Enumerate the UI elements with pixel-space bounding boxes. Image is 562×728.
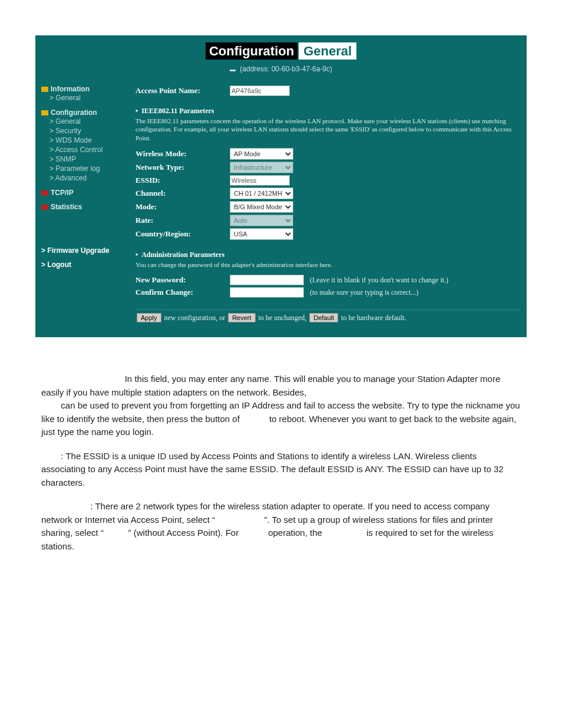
folder-icon <box>41 110 48 116</box>
channel-label: Channel: <box>135 189 230 198</box>
sidebar-item-cfg-access[interactable]: > Access Control <box>41 145 124 154</box>
mac-address-line: ▬ (address: 00-60-b3-47-6a-9c) <box>35 62 527 80</box>
sidebar-item-firmware[interactable]: > Firmware Upgrade <box>41 246 124 255</box>
folder-icon <box>41 205 48 210</box>
ap-name-label: Access Point Name: <box>135 86 230 95</box>
sidebar-item-statistics[interactable]: Statistics <box>41 203 124 211</box>
title-dark: Configuration <box>206 42 297 60</box>
new-password-label: New Password: <box>135 275 230 285</box>
nic-icon: ▬ <box>230 66 236 73</box>
sidebar-item-cfg-wds[interactable]: > WDS Mode <box>41 136 124 145</box>
ap-name-input[interactable] <box>230 85 290 96</box>
page-title: ConfigurationGeneral <box>206 44 356 59</box>
config-panel: ConfigurationGeneral ▬ (address: 00-60-b… <box>35 35 527 337</box>
mode-label: Mode: <box>135 202 230 212</box>
action-button-row: Apply new configuration, or Revert to be… <box>135 309 521 325</box>
sidebar-group-configuration[interactable]: Configuration <box>41 108 124 117</box>
new-password-input[interactable] <box>230 275 304 285</box>
confirm-password-input[interactable] <box>230 287 304 298</box>
country-select[interactable]: USA <box>230 228 293 240</box>
confirm-password-label: Confirm Change: <box>135 288 230 297</box>
rate-select: Auto <box>230 215 293 226</box>
title-light: General <box>299 42 356 60</box>
confirm-password-hint: (to make sure your typing is correct...) <box>310 288 418 297</box>
apply-button[interactable]: Apply <box>137 313 161 322</box>
sidebar-item-logout[interactable]: > Logout <box>41 261 124 269</box>
admin-section-desc: You can change the password of this adap… <box>135 261 521 269</box>
default-button[interactable]: Default <box>309 313 338 322</box>
doc-paragraph-3: : There are 2 network types for the wire… <box>41 500 521 553</box>
sidebar-item-cfg-advanced[interactable]: > Advanced <box>41 173 124 183</box>
sidebar-group-information[interactable]: Information <box>41 85 124 93</box>
rate-label: Rate: <box>135 216 230 225</box>
channel-select[interactable]: CH 01 / 2412MHz <box>230 187 293 199</box>
country-label: Country/Region: <box>135 229 230 239</box>
panel-header: ConfigurationGeneral <box>35 35 527 62</box>
sidebar-item-cfg-general[interactable]: > General <box>41 117 124 126</box>
new-password-hint: (Leave it in blank if you don't want to … <box>310 276 448 285</box>
ieee-section-desc: The IEEE802.11 parameters concern the op… <box>135 117 521 142</box>
ieee-section-heading: •IEEE802.11 Parameters <box>135 107 521 116</box>
sidebar-item-cfg-security[interactable]: > Security <box>41 126 124 136</box>
folder-icon <box>41 190 48 196</box>
essid-label: ESSID: <box>135 176 230 185</box>
revert-button[interactable]: Revert <box>228 313 255 322</box>
main-content: Access Point Name: •IEEE802.11 Parameter… <box>124 80 527 325</box>
sidebar: Information > General Configuration > Ge… <box>35 80 124 325</box>
folder-icon <box>41 87 48 92</box>
admin-section-heading: •Administration Parameters <box>135 251 521 259</box>
document-body: In this field, you may enter any name. T… <box>41 373 521 553</box>
wireless-mode-select[interactable]: AP Mode <box>230 148 293 160</box>
sidebar-item-info-general[interactable]: > General <box>41 93 124 103</box>
sidebar-item-cfg-snmp[interactable]: > SNMP <box>41 154 124 164</box>
wireless-mode-label: Wireless Mode: <box>135 149 230 159</box>
essid-input[interactable] <box>230 175 290 186</box>
network-type-label: Network Type: <box>135 163 230 172</box>
sidebar-item-tcpip[interactable]: TCP/IP <box>41 189 124 197</box>
mode-select[interactable]: B/G Mixed Mode <box>230 201 293 213</box>
doc-paragraph-2: : The ESSID is a unique ID used by Acces… <box>41 450 521 490</box>
doc-paragraph-1: In this field, you may enter any name. T… <box>41 373 521 439</box>
network-type-select: Infrastructure <box>230 162 293 173</box>
sidebar-item-cfg-paramlog[interactable]: > Parameter log <box>41 164 124 173</box>
mac-address: 00-60-b3-47-6a-9c <box>272 65 330 73</box>
